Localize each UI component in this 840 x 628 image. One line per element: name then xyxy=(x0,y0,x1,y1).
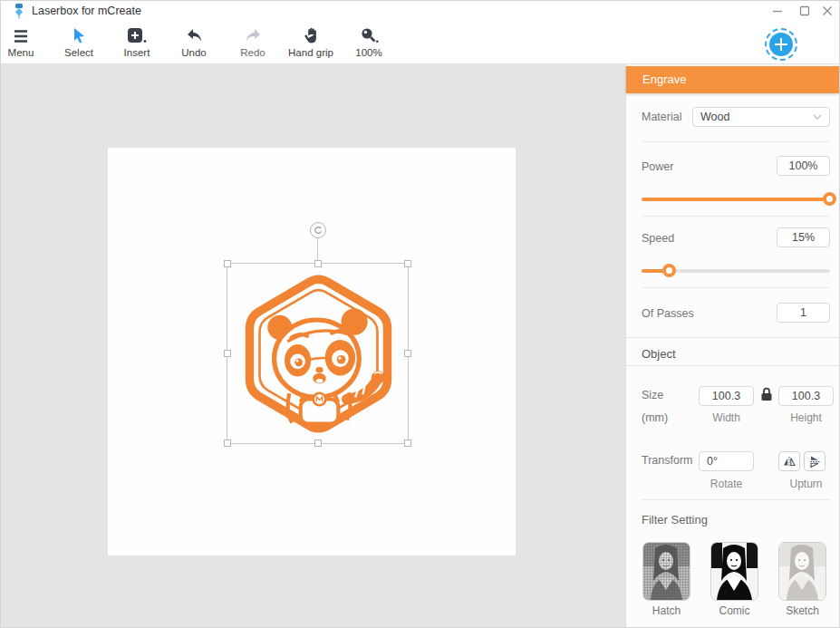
height-input[interactable]: 100.3 xyxy=(778,386,834,406)
power-input[interactable]: 100% xyxy=(777,156,830,176)
rotate-icon xyxy=(314,226,323,235)
minimize-icon xyxy=(772,5,783,16)
width-input[interactable]: 100.3 xyxy=(699,386,754,406)
resize-handle-top-left[interactable] xyxy=(224,260,231,267)
toolbar: Menu Select Insert Undo Redo xyxy=(1,21,839,64)
app-window: Laserbox for mCreate Menu Select xyxy=(0,0,840,628)
power-label: Power xyxy=(642,160,673,173)
comic-label: Comic xyxy=(710,604,758,617)
passes-input[interactable]: 1 xyxy=(777,303,830,323)
window-title: Laserbox for mCreate xyxy=(32,5,141,17)
resize-handle-top-right[interactable] xyxy=(404,260,411,267)
close-button[interactable] xyxy=(816,2,838,20)
divider xyxy=(626,337,840,338)
insert-plus-icon xyxy=(127,27,147,43)
app-logo-icon xyxy=(13,4,25,19)
resize-handle-bottom-left[interactable] xyxy=(224,440,231,447)
flip-vertical-button[interactable] xyxy=(804,451,826,471)
engrave-panel: Engrave Material Wood Power 100% Speed 1… xyxy=(625,64,840,628)
upturn-caption: Upturn xyxy=(778,478,834,490)
resize-handle-middle-left[interactable] xyxy=(224,350,231,357)
speed-label: Speed xyxy=(642,232,674,245)
lock-aspect-icon[interactable] xyxy=(760,387,773,401)
size-unit-label: (mm) xyxy=(642,411,668,424)
close-icon xyxy=(822,5,833,16)
canvas-area[interactable] xyxy=(1,64,625,628)
selection-box[interactable] xyxy=(227,263,409,444)
divider xyxy=(642,499,830,500)
power-slider-handle[interactable] xyxy=(823,192,836,206)
divider xyxy=(626,365,840,366)
power-slider-fill xyxy=(642,198,830,201)
hatch-label: Hatch xyxy=(642,604,690,617)
zoom-level-label: 100% xyxy=(331,47,407,58)
panda-logo-artwork[interactable] xyxy=(238,274,399,434)
resize-handle-bottom-middle[interactable] xyxy=(314,440,322,447)
material-value: Wood xyxy=(700,111,729,123)
zoom-level-button[interactable]: 100% xyxy=(331,25,407,58)
hatch-preview-image xyxy=(643,543,690,600)
maximize-button[interactable] xyxy=(794,2,816,20)
sketch-preview-image xyxy=(779,543,826,600)
speed-slider-handle[interactable] xyxy=(662,264,676,277)
add-device-button[interactable] xyxy=(765,28,797,61)
material-dropdown[interactable]: Wood xyxy=(692,107,830,127)
filter-comic-button[interactable] xyxy=(710,542,758,601)
title-bar: Laserbox for mCreate xyxy=(1,1,839,21)
filter-hatch-button[interactable] xyxy=(642,542,690,601)
plus-icon xyxy=(769,33,793,56)
hand-grip-icon xyxy=(304,27,319,43)
resize-handle-bottom-right[interactable] xyxy=(404,440,411,447)
passes-label: Of Passes xyxy=(642,307,694,320)
size-label: Size xyxy=(642,389,663,401)
rotate-input[interactable]: 0° xyxy=(699,451,754,471)
engrave-tab[interactable]: Engrave xyxy=(626,66,840,93)
speed-slider[interactable] xyxy=(642,269,830,273)
hamburger-menu-icon xyxy=(13,29,29,43)
material-label: Material xyxy=(642,111,681,123)
width-caption: Width xyxy=(699,411,754,424)
height-caption: Height xyxy=(778,411,834,424)
object-section-title: Object xyxy=(642,347,676,361)
rotate-handle[interactable] xyxy=(310,222,326,238)
power-slider[interactable] xyxy=(642,198,830,201)
resize-handle-top-middle[interactable] xyxy=(314,260,322,267)
redo-arrow-icon xyxy=(245,28,262,43)
rotate-caption: Rotate xyxy=(699,478,754,490)
flip-horizontal-icon xyxy=(783,456,796,468)
minimize-button[interactable] xyxy=(767,2,788,20)
speed-input[interactable]: 15% xyxy=(777,227,830,247)
comic-preview-image xyxy=(711,543,758,600)
transform-label: Transform xyxy=(642,454,693,467)
sketch-label: Sketch xyxy=(778,604,826,617)
undo-arrow-icon xyxy=(186,28,203,43)
cursor-select-icon xyxy=(72,27,87,43)
divider xyxy=(642,141,830,142)
resize-handle-middle-right[interactable] xyxy=(404,350,411,357)
flip-vertical-icon xyxy=(809,455,821,468)
filter-sketch-button[interactable] xyxy=(778,542,826,601)
chevron-down-icon xyxy=(813,114,822,120)
filter-setting-title: Filter Setting xyxy=(642,513,708,527)
divider xyxy=(642,216,830,217)
magnifier-icon xyxy=(360,27,379,43)
flip-horizontal-button[interactable] xyxy=(778,451,800,471)
divider xyxy=(642,287,830,288)
maximize-icon xyxy=(799,5,810,16)
